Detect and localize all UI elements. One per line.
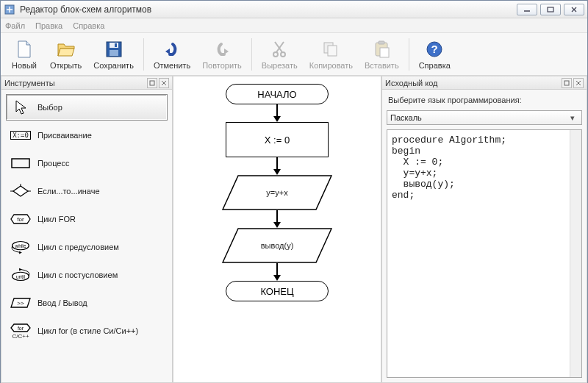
node-io-1[interactable]: y=y+x xyxy=(222,175,332,210)
menu-edit[interactable]: Правка xyxy=(35,21,62,30)
window-title: Редактор блок-схем алгоритмов xyxy=(20,4,517,15)
svg-rect-13 xyxy=(380,48,389,57)
new-button[interactable]: Новый xyxy=(5,35,43,74)
undo-label: Отменить xyxy=(154,61,190,70)
cut-button[interactable]: Вырезать xyxy=(257,35,303,74)
tool-until[interactable]: until Цикл с постусловием xyxy=(6,262,168,288)
svg-text:>>: >> xyxy=(17,300,24,307)
flowchart-canvas[interactable]: НАЧАЛО X := 0 y=y+x вывод(y) КОНЕЦ xyxy=(173,76,381,383)
copy-button[interactable]: Копировать xyxy=(304,35,358,74)
for-loop-icon: for xyxy=(10,210,32,229)
menu-file[interactable]: Файл xyxy=(5,21,25,30)
panel-undock-button[interactable] xyxy=(562,78,572,88)
redo-label: Повторить xyxy=(202,61,242,70)
save-button[interactable]: Сохранить xyxy=(88,35,139,74)
tool-process[interactable]: Процесс xyxy=(6,150,168,176)
flow-arrow xyxy=(273,210,281,228)
language-selected: Паскаль xyxy=(390,113,567,122)
tools-panel: Инструменты Выбор X:=0 Присваивание xyxy=(1,76,173,383)
cursor-icon xyxy=(10,98,32,117)
tool-if-else[interactable]: Если...то...иначе xyxy=(6,178,168,204)
tool-for[interactable]: for Цикл FOR xyxy=(6,206,168,232)
svg-rect-12 xyxy=(379,41,384,44)
language-select[interactable]: Паскаль ▾ xyxy=(387,110,582,125)
app-icon xyxy=(4,4,15,15)
help-button[interactable]: ? Справка xyxy=(414,35,456,74)
tools-panel-header: Инструменты xyxy=(1,76,172,90)
tool-label: Цикл for (в стиле Си/Си++) xyxy=(37,326,138,335)
undo-icon xyxy=(162,39,182,60)
io-icon: >> xyxy=(10,293,32,312)
save-label: Сохранить xyxy=(93,61,134,70)
tool-assign[interactable]: X:=0 Присваивание xyxy=(6,122,168,148)
source-code-view[interactable]: procedure Algorithm; begin X := 0; y=y+x… xyxy=(387,129,582,378)
titlebar: Редактор блок-схем алгоритмов xyxy=(1,1,587,18)
main-area: Инструменты Выбор X:=0 Присваивание xyxy=(1,76,587,383)
language-prompt: Выберите язык программирования: xyxy=(387,94,582,106)
svg-rect-5 xyxy=(110,50,118,56)
node-end[interactable]: КОНЕЦ xyxy=(226,281,329,301)
help-label: Справка xyxy=(419,61,451,70)
flowchart: НАЧАЛО X := 0 y=y+x вывод(y) КОНЕЦ xyxy=(204,84,351,301)
node-start[interactable]: НАЧАЛО xyxy=(226,84,329,104)
assign-icon: X:=0 xyxy=(10,126,32,145)
source-panel-header: Исходный код xyxy=(382,76,587,90)
svg-text:for: for xyxy=(18,326,24,331)
minimize-button[interactable] xyxy=(517,4,537,15)
flow-arrow xyxy=(273,104,281,122)
tool-label: Цикл FOR xyxy=(37,215,76,223)
source-panel: Исходный код Выберите язык программирова… xyxy=(381,76,587,383)
tools-list: Выбор X:=0 Присваивание Процесс xyxy=(1,90,172,382)
new-label: Новый xyxy=(12,61,37,70)
node-assign[interactable]: X := 0 xyxy=(226,122,329,157)
svg-marker-26 xyxy=(19,251,22,254)
svg-text:for: for xyxy=(17,216,24,223)
help-icon: ? xyxy=(424,39,445,60)
decision-icon xyxy=(10,182,32,201)
svg-text:while: while xyxy=(15,243,26,248)
svg-rect-4 xyxy=(110,43,118,48)
svg-point-7 xyxy=(273,52,278,57)
svg-marker-29 xyxy=(19,268,22,271)
svg-rect-6 xyxy=(115,43,117,47)
undo-button[interactable]: Отменить xyxy=(148,35,196,74)
tool-while[interactable]: while Цикл с предусловием xyxy=(6,234,168,260)
app-window: Редактор блок-схем алгоритмов Файл Правк… xyxy=(0,0,588,383)
chevron-down-icon: ▾ xyxy=(567,113,578,123)
paste-button[interactable]: Вставить xyxy=(359,35,404,74)
cfor-icon: for C/C++ xyxy=(10,321,32,340)
panel-close-button[interactable] xyxy=(573,78,584,88)
copy-icon xyxy=(320,39,341,60)
open-folder-icon xyxy=(56,39,76,60)
paste-label: Вставить xyxy=(365,61,399,70)
flow-arrow xyxy=(273,263,281,281)
process-icon xyxy=(10,154,32,173)
copy-label: Копировать xyxy=(309,61,353,70)
redo-icon xyxy=(212,39,232,60)
toolbar-separator xyxy=(143,38,144,71)
tool-select[interactable]: Выбор xyxy=(6,94,168,121)
svg-point-8 xyxy=(281,52,285,57)
panel-close-button[interactable] xyxy=(159,78,169,88)
tool-label: Цикл с постусловием xyxy=(37,271,118,279)
tool-cfor[interactable]: for C/C++ Цикл for (в стиле Си/Си++) xyxy=(6,318,168,344)
while-loop-icon: while xyxy=(10,237,32,257)
menu-help[interactable]: Справка xyxy=(73,21,104,30)
tool-label: Выбор xyxy=(37,103,62,112)
tool-label: Присваивание xyxy=(37,131,92,140)
scrollbar-vertical[interactable] xyxy=(570,130,581,377)
menubar: Файл Правка Справка xyxy=(1,18,587,33)
close-button[interactable] xyxy=(564,4,584,15)
maximize-button[interactable] xyxy=(540,4,561,15)
tool-io[interactable]: >> Ввод / Вывод xyxy=(6,290,168,316)
svg-rect-10 xyxy=(328,46,337,56)
new-file-icon xyxy=(14,39,35,60)
open-button[interactable]: Открыть xyxy=(45,35,87,74)
node-io-2[interactable]: вывод(y) xyxy=(222,228,332,263)
svg-marker-18 xyxy=(13,186,28,196)
redo-button[interactable]: Повторить xyxy=(197,35,247,74)
open-label: Открыть xyxy=(50,61,82,70)
toolbar: Новый Открыть Сохранить Отменить Повтор xyxy=(1,33,587,76)
panel-undock-button[interactable] xyxy=(147,78,157,88)
paste-icon xyxy=(371,39,392,60)
